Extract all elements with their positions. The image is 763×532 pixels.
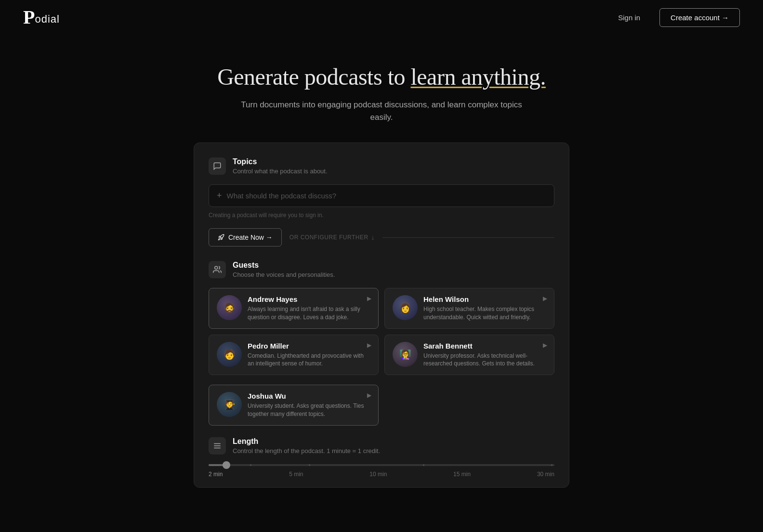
empty-slot <box>384 385 554 426</box>
length-title: Length <box>233 437 380 446</box>
hero-section: Generate podcasts to learn anything. Tur… <box>0 35 763 143</box>
hero-title-highlight: learn anything. <box>410 64 545 90</box>
main-card: Topics Control what the podcast is about… <box>194 143 569 488</box>
play-icon-sarah[interactable]: ▶ <box>543 342 547 349</box>
arrow-down-icon: ↓ <box>371 234 375 241</box>
slider-container: 2 min 5 min 10 min 15 min 30 min <box>209 464 554 478</box>
length-desc: Control the length of the podcast. 1 min… <box>233 447 380 454</box>
guests-icon <box>209 261 226 278</box>
guest-desc-helen: High school teacher. Makes complex topic… <box>423 305 546 322</box>
guests-grid: 🧔 Andrew Hayes Always learning and isn't… <box>209 288 554 375</box>
marker-30min: 30 min <box>537 471 554 478</box>
create-now-button[interactable]: Create Now → <box>209 228 282 247</box>
marker-2min: 2 min <box>209 471 223 478</box>
configure-line <box>382 237 554 238</box>
guests-title: Guests <box>233 261 335 270</box>
configure-label: OR CONFIGURE FURTHER ↓ <box>289 234 375 241</box>
avatar-pedro: 🧑 <box>217 342 242 367</box>
guest-desc-sarah: University professor. Asks technical wel… <box>423 352 546 368</box>
logo: Podial <box>23 8 60 27</box>
topic-input[interactable] <box>227 192 546 200</box>
guest-card-sarah[interactable]: 👩‍🏫 Sarah Bennett University professor. … <box>384 335 554 376</box>
slider-track <box>209 464 554 466</box>
play-icon-joshua[interactable]: ▶ <box>367 392 371 399</box>
play-icon-helen[interactable]: ▶ <box>543 295 547 302</box>
guests-text: Guests Choose the voices and personaliti… <box>233 261 335 278</box>
guest-name-pedro: Pedro Miller <box>248 342 370 350</box>
topics-title: Topics <box>233 157 328 166</box>
svg-point-0 <box>215 266 218 269</box>
topics-text: Topics Control what the podcast is about… <box>233 157 328 175</box>
guest-name-helen: Helen Wilson <box>423 295 546 303</box>
hero-subtitle: Turn documents into engaging podcast dis… <box>232 99 531 123</box>
topics-section-header: Topics Control what the podcast is about… <box>209 157 554 175</box>
guests-row-2: 🧑‍🎓 Joshua Wu University student. Asks g… <box>209 385 554 426</box>
guest-name-sarah: Sarah Bennett <box>423 342 546 350</box>
guests-section-header: Guests Choose the voices and personaliti… <box>209 261 554 278</box>
sign-in-button[interactable]: Sign in <box>610 10 648 26</box>
guest-card-helen[interactable]: 👩 Helen Wilson High school teacher. Make… <box>384 288 554 329</box>
length-text: Length Control the length of the podcast… <box>233 437 380 454</box>
marker-5min: 5 min <box>289 471 303 478</box>
length-icon <box>209 437 226 454</box>
guest-card-pedro[interactable]: 🧑 Pedro Miller Comedian. Lighthearted an… <box>209 335 379 376</box>
slider-markers: 2 min 5 min 10 min 15 min 30 min <box>209 471 554 478</box>
topics-icon <box>209 157 226 175</box>
logo-text: odial <box>35 13 59 25</box>
topics-desc: Control what the podcast is about. <box>233 168 328 175</box>
guest-name-andrew: Andrew Hayes <box>248 295 370 303</box>
topic-input-container[interactable]: + <box>209 184 554 207</box>
guest-desc-pedro: Comedian. Lighthearted and provocative w… <box>248 352 370 368</box>
guests-desc: Choose the voices and personalities. <box>233 271 335 278</box>
guest-desc-andrew: Always learning and isn't afraid to ask … <box>248 305 370 322</box>
header-nav: Sign in Create account → <box>610 8 740 27</box>
logo-icon: Podial <box>23 8 60 27</box>
hero-title: Generate podcasts to learn anything. <box>10 64 753 90</box>
plus-icon: + <box>217 191 222 201</box>
avatar-helen: 👩 <box>393 295 418 320</box>
marker-10min: 10 min <box>369 471 387 478</box>
avatar-sarah: 👩‍🏫 <box>393 342 418 367</box>
avatar-joshua: 🧑‍🎓 <box>217 392 242 417</box>
guest-name-joshua: Joshua Wu <box>248 392 370 400</box>
guest-info-pedro: Pedro Miller Comedian. Lighthearted and … <box>248 342 370 368</box>
hero-title-start: Generate podcasts to <box>217 64 410 90</box>
play-icon-andrew[interactable]: ▶ <box>367 295 371 302</box>
topic-hint: Creating a podcast will require you to s… <box>209 212 554 219</box>
create-account-button[interactable]: Create account → <box>659 8 740 27</box>
header: Podial Sign in Create account → <box>0 0 763 35</box>
rocket-icon <box>218 234 224 241</box>
play-icon-pedro[interactable]: ▶ <box>367 342 371 349</box>
avatar-andrew: 🧔 <box>217 295 242 320</box>
guest-info-andrew: Andrew Hayes Always learning and isn't a… <box>248 295 370 322</box>
guest-info-joshua: Joshua Wu University student. Asks great… <box>248 392 370 418</box>
guest-card-andrew[interactable]: 🧔 Andrew Hayes Always learning and isn't… <box>209 288 379 329</box>
create-now-label: Create Now → <box>228 234 273 241</box>
length-section: Length Control the length of the podcast… <box>209 437 554 478</box>
actions-row: Create Now → OR CONFIGURE FURTHER ↓ <box>209 228 554 247</box>
guest-info-helen: Helen Wilson High school teacher. Makes … <box>423 295 546 322</box>
guest-info-sarah: Sarah Bennett University professor. Asks… <box>423 342 546 368</box>
marker-15min: 15 min <box>453 471 471 478</box>
length-section-header: Length Control the length of the podcast… <box>209 437 554 454</box>
guest-desc-joshua: University student. Asks great questions… <box>248 402 370 418</box>
guest-card-joshua[interactable]: 🧑‍🎓 Joshua Wu University student. Asks g… <box>209 385 379 426</box>
